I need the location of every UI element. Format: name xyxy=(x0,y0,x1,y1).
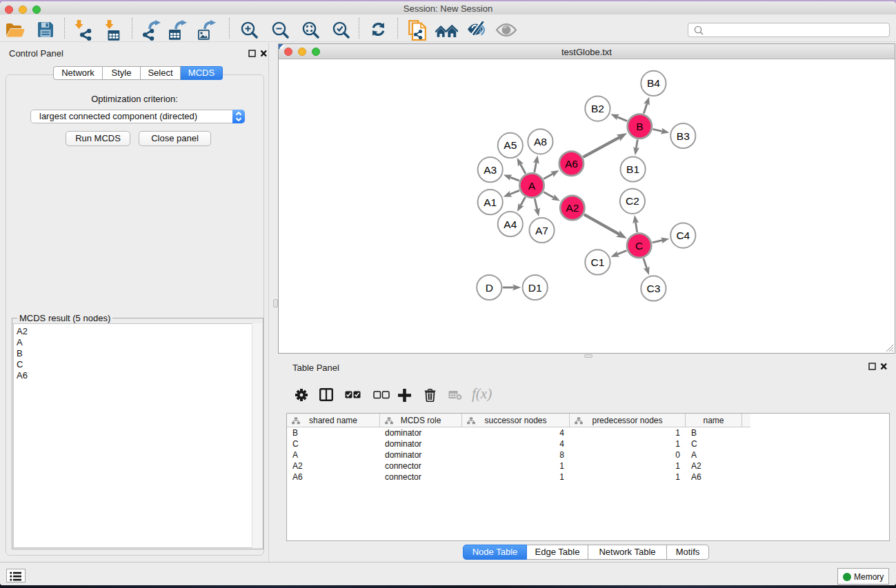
svg-text:C3: C3 xyxy=(646,283,660,294)
svg-text:C4: C4 xyxy=(676,230,690,241)
svg-text:A: A xyxy=(528,180,536,192)
svg-text:B4: B4 xyxy=(647,77,660,89)
svg-text:D1: D1 xyxy=(528,282,542,294)
svg-text:A6: A6 xyxy=(565,158,578,170)
svg-text:A1: A1 xyxy=(484,196,497,208)
svg-text:B1: B1 xyxy=(626,163,639,175)
svg-text:B3: B3 xyxy=(677,130,690,142)
svg-text:C: C xyxy=(635,240,643,252)
svg-text:A5: A5 xyxy=(504,139,517,151)
svg-text:A2: A2 xyxy=(566,202,579,214)
svg-text:B2: B2 xyxy=(591,103,604,114)
svg-text:B: B xyxy=(636,121,643,132)
svg-text:A7: A7 xyxy=(535,225,548,236)
svg-text:C2: C2 xyxy=(626,195,639,207)
svg-text:D: D xyxy=(486,282,493,294)
svg-text:C1: C1 xyxy=(590,256,604,268)
svg-text:A8: A8 xyxy=(534,136,547,148)
svg-text:A4: A4 xyxy=(504,219,517,230)
svg-text:A3: A3 xyxy=(484,164,497,176)
